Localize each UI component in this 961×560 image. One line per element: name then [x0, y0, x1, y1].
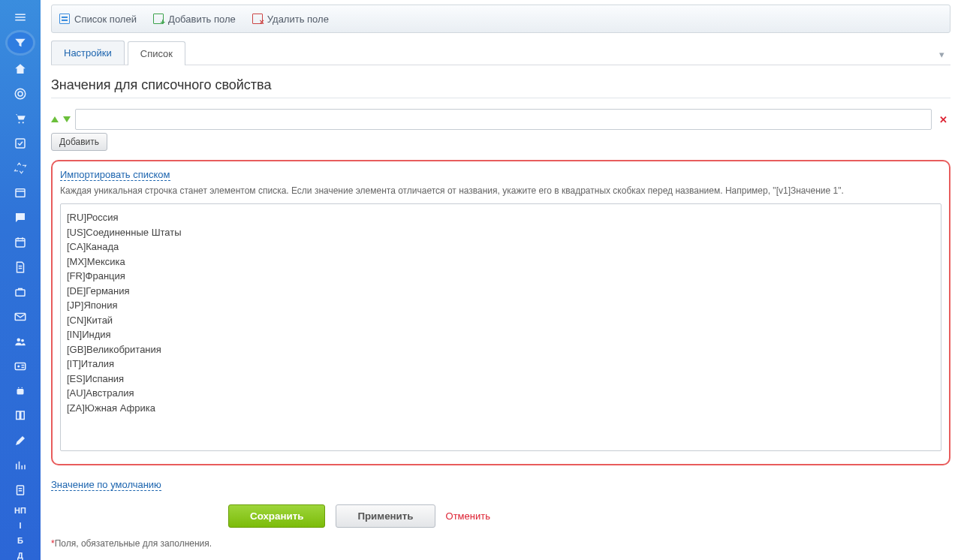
- toolbar: Список полей Добавить поле Удалить поле: [51, 5, 950, 33]
- svg-rect-13: [17, 389, 24, 395]
- required-note: *Поля, обязательные для заполнения.: [51, 538, 950, 549]
- svg-point-12: [17, 366, 20, 368]
- chart-icon[interactable]: [9, 456, 32, 475]
- id-icon[interactable]: [9, 357, 32, 376]
- new-value-input[interactable]: [75, 109, 932, 130]
- add-field-button[interactable]: Добавить поле: [153, 14, 236, 25]
- book-icon[interactable]: [9, 407, 32, 426]
- android-icon[interactable]: [9, 382, 32, 401]
- import-hint: Каждая уникальная строчка станет элемент…: [60, 185, 941, 196]
- tabs-settings-icon[interactable]: ▾: [933, 44, 950, 65]
- sidebar: НП I Б Д: [0, 0, 41, 560]
- import-section: Импортировать списком Каждая уникальная …: [51, 160, 950, 465]
- move-down-icon[interactable]: [63, 116, 71, 122]
- add-field-label: Добавить поле: [168, 14, 236, 25]
- people-icon[interactable]: [9, 333, 32, 351]
- sidebar-text-d[interactable]: Д: [17, 551, 23, 560]
- tab-list[interactable]: Список: [128, 41, 185, 65]
- delete-field-label: Удалить поле: [267, 14, 329, 25]
- cart-icon[interactable]: [9, 109, 32, 128]
- svg-point-2: [18, 122, 20, 123]
- page-title: Значения для списочного свойства: [51, 77, 950, 93]
- mail-icon[interactable]: [9, 308, 32, 327]
- tab-settings[interactable]: Настройки: [51, 41, 125, 65]
- sidebar-text-i[interactable]: I: [19, 521, 21, 530]
- import-list-link[interactable]: Импортировать списком: [60, 169, 170, 181]
- separator: [51, 98, 950, 98]
- check-icon[interactable]: [9, 134, 32, 153]
- home-icon[interactable]: [9, 59, 32, 78]
- add-button[interactable]: Добавить: [51, 133, 107, 151]
- svg-rect-7: [16, 290, 25, 296]
- recycle-icon[interactable]: [9, 159, 32, 178]
- footer-buttons: Сохранить Применить Отменить: [51, 504, 950, 528]
- cancel-button[interactable]: Отменить: [446, 510, 490, 522]
- required-note-text: Поля, обязательные для заполнения.: [55, 538, 212, 549]
- svg-rect-5: [16, 189, 25, 197]
- svg-rect-11: [15, 363, 26, 370]
- apply-button[interactable]: Применить: [336, 504, 435, 528]
- doc-icon[interactable]: [9, 258, 32, 277]
- menu-icon[interactable]: [9, 8, 32, 26]
- import-textarea[interactable]: [60, 203, 941, 451]
- move-up-icon[interactable]: [51, 116, 59, 122]
- svg-point-3: [23, 122, 24, 123]
- svg-point-9: [17, 339, 21, 342]
- default-value-link[interactable]: Значение по умолчанию: [51, 479, 161, 491]
- add-icon: [153, 14, 164, 24]
- filter-icon[interactable]: [8, 32, 33, 53]
- sidebar-text-b[interactable]: Б: [17, 536, 23, 545]
- remove-value-icon[interactable]: ✕: [936, 114, 950, 125]
- save-button[interactable]: Сохранить: [228, 504, 325, 528]
- svg-point-0: [15, 89, 26, 99]
- field-list-button[interactable]: Список полей: [59, 14, 137, 25]
- svg-rect-6: [16, 239, 25, 247]
- target-icon[interactable]: [9, 84, 32, 103]
- chat-icon[interactable]: [9, 209, 32, 227]
- calendar-icon[interactable]: [9, 233, 32, 252]
- sidebar-text-np[interactable]: НП: [14, 506, 26, 515]
- pen-icon[interactable]: [9, 432, 32, 450]
- field-list-label: Список полей: [74, 14, 137, 25]
- svg-point-1: [18, 92, 23, 96]
- svg-rect-4: [16, 139, 25, 148]
- svg-point-14: [18, 387, 20, 389]
- delete-field-button[interactable]: Удалить поле: [252, 14, 329, 25]
- briefcase-icon[interactable]: [9, 283, 32, 302]
- clipboard-icon[interactable]: [9, 481, 32, 500]
- list-icon: [59, 14, 70, 24]
- svg-point-10: [21, 339, 24, 342]
- window-icon[interactable]: [9, 184, 32, 203]
- main-content: Список полей Добавить поле Удалить поле …: [41, 0, 961, 560]
- add-value-row: ✕: [51, 109, 950, 130]
- tabs: Настройки Список ▾: [51, 41, 950, 65]
- delete-icon: [252, 14, 263, 24]
- svg-point-15: [22, 387, 23, 389]
